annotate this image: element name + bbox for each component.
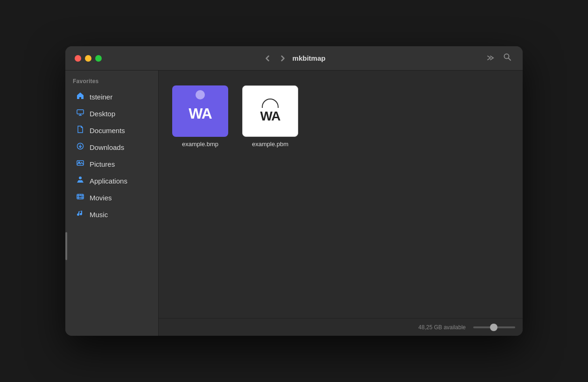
file-name-bmp: example.bmp: [182, 141, 218, 148]
sidebar-item-label: Pictures: [90, 160, 115, 168]
titlebar-actions: [484, 51, 523, 65]
sidebar-item-label: Movies: [90, 194, 112, 202]
sidebar-item-tsteiner[interactable]: tsteiner: [68, 89, 155, 105]
desktop-icon: [76, 109, 85, 118]
file-icon-bmp: WA: [172, 85, 228, 137]
back-button[interactable]: [263, 53, 273, 64]
sidebar-item-music[interactable]: Music: [68, 206, 155, 222]
close-button[interactable]: [75, 55, 81, 62]
window-title: mkbitmap: [293, 54, 326, 62]
zoom-thumb[interactable]: [490, 324, 497, 331]
applications-icon: [76, 176, 85, 185]
sidebar-scrollbar[interactable]: [65, 223, 67, 336]
movies-icon: [76, 193, 85, 202]
music-icon: [76, 210, 85, 219]
sidebar-item-label: Music: [90, 211, 108, 219]
search-button[interactable]: [501, 51, 513, 65]
available-space: 48,25 GB available: [419, 324, 466, 331]
minimize-button[interactable]: [85, 55, 91, 62]
status-bar: 48,25 GB available: [159, 318, 523, 336]
file-item-bmp[interactable]: WA example.bmp: [170, 82, 231, 151]
sidebar-item-label: Applications: [90, 177, 127, 185]
sidebar-item-movies[interactable]: Movies: [68, 190, 155, 205]
sidebar-item-label: tsteiner: [90, 93, 112, 101]
sidebar-section-label: Favorites: [65, 78, 158, 88]
pictures-icon: [76, 159, 85, 169]
file-area: WA example.bmp WA example.pbm: [159, 71, 523, 336]
file-icon-pbm: WA: [242, 85, 298, 137]
finder-window: mkbitmap Favorites: [65, 46, 523, 336]
maximize-button[interactable]: [95, 55, 102, 62]
sidebar-item-desktop[interactable]: Desktop: [68, 106, 155, 121]
more-button[interactable]: [484, 51, 497, 65]
sidebar-item-documents[interactable]: Documents: [68, 122, 155, 138]
bmp-dot: [196, 90, 205, 99]
pbm-u-shape: [262, 99, 279, 108]
scrollbar-thumb: [65, 232, 67, 260]
svg-line-1: [509, 58, 511, 61]
sidebar-item-label: Downloads: [90, 143, 124, 151]
file-name-pbm: example.pbm: [252, 141, 288, 148]
sidebar-item-label: Documents: [90, 127, 125, 134]
traffic-lights: [65, 55, 102, 62]
zoom-control[interactable]: [473, 326, 515, 328]
pbm-wa-label: WA: [260, 109, 280, 124]
main-content: Favorites tsteiner: [65, 71, 523, 336]
titlebar: mkbitmap: [65, 46, 523, 71]
svg-rect-2: [77, 110, 84, 114]
download-icon: [76, 142, 85, 152]
sidebar: Favorites tsteiner: [65, 71, 159, 336]
forward-button[interactable]: [278, 53, 288, 64]
file-item-pbm[interactable]: WA example.pbm: [240, 82, 301, 151]
sidebar-item-downloads[interactable]: Downloads: [68, 139, 155, 155]
file-grid: WA example.bmp WA example.pbm: [159, 71, 523, 318]
zoom-track: [473, 326, 515, 328]
document-icon: [76, 126, 85, 135]
navigation-controls: mkbitmap: [263, 53, 326, 64]
sidebar-item-label: Desktop: [90, 110, 115, 118]
sidebar-item-applications[interactable]: Applications: [68, 173, 155, 189]
sidebar-item-pictures[interactable]: Pictures: [68, 156, 155, 172]
home-icon: [76, 92, 85, 101]
bmp-label: WA: [189, 105, 212, 122]
